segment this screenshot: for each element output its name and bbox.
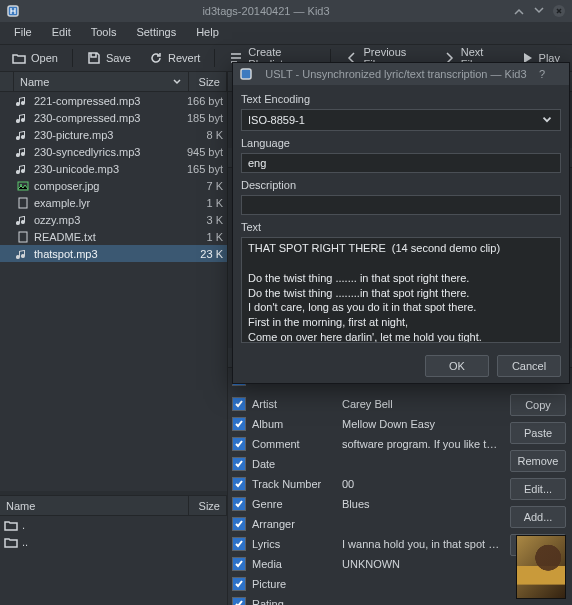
tag-check[interactable] xyxy=(232,437,246,451)
svg-rect-6 xyxy=(241,69,251,79)
tag-check[interactable] xyxy=(232,397,246,411)
add-button[interactable]: Add... xyxy=(510,506,566,528)
open-button[interactable]: Open xyxy=(4,47,66,69)
save-button[interactable]: Save xyxy=(79,47,139,69)
menu-tools[interactable]: Tools xyxy=(81,22,127,44)
column-size[interactable]: Size xyxy=(189,72,227,91)
tag-check[interactable] xyxy=(232,597,246,605)
audio-file-icon xyxy=(16,94,30,108)
file-name: composer.jpg xyxy=(34,180,183,192)
minimize-button[interactable] xyxy=(512,4,526,18)
file-size: 185 byt xyxy=(183,112,227,124)
tag-row[interactable]: Picture xyxy=(228,574,502,594)
tag-value[interactable]: software program. If you like this trac.… xyxy=(342,438,502,450)
separator xyxy=(72,49,73,67)
maximize-button[interactable] xyxy=(532,4,546,18)
revert-icon xyxy=(149,51,163,65)
tag-row[interactable]: Commentsoftware program. If you like thi… xyxy=(228,434,502,454)
menu-edit[interactable]: Edit xyxy=(42,22,81,44)
revert-label: Revert xyxy=(168,52,200,64)
edit-button[interactable]: Edit... xyxy=(510,478,566,500)
tag-table: ArtistCarey BellAlbumMellow Down EasyCom… xyxy=(228,394,502,605)
audio-file-icon xyxy=(16,162,30,176)
file-size: 166 byt xyxy=(183,95,227,107)
tag-check[interactable] xyxy=(232,457,246,471)
file-list[interactable]: 221-compressed.mp3166 byt230-compressed.… xyxy=(0,92,227,491)
tag-row[interactable]: Rating xyxy=(228,594,502,605)
tag-check[interactable] xyxy=(232,577,246,591)
file-row[interactable]: example.lyr1 K xyxy=(0,194,227,211)
tag-row[interactable]: Track Number00 xyxy=(228,474,502,494)
tag-row[interactable]: Arranger xyxy=(228,514,502,534)
tag-value[interactable]: Mellow Down Easy xyxy=(342,418,502,430)
uslt-dialog: USLT - Unsynchronized lyric/text transcr… xyxy=(232,62,570,384)
tag-check[interactable] xyxy=(232,557,246,571)
file-row[interactable]: 221-compressed.mp3166 byt xyxy=(0,92,227,109)
chevron-down-icon xyxy=(540,113,554,127)
file-row[interactable]: 230-compressed.mp3185 byt xyxy=(0,109,227,126)
tag-label: Comment xyxy=(252,438,336,450)
text-encoding-select[interactable]: ISO-8859-1 xyxy=(241,109,561,131)
tag-label: Arranger xyxy=(252,518,336,530)
tag-row[interactable]: MediaUNKNOWN xyxy=(228,554,502,574)
file-name: 230-unicode.mp3 xyxy=(34,163,183,175)
text-textarea[interactable] xyxy=(241,237,561,343)
copy-button[interactable]: Copy xyxy=(510,394,566,416)
cancel-button[interactable]: Cancel xyxy=(497,355,561,377)
file-size: 3 K xyxy=(183,214,227,226)
language-input[interactable] xyxy=(241,153,561,173)
menu-file[interactable]: File xyxy=(4,22,42,44)
menu-settings[interactable]: Settings xyxy=(126,22,186,44)
menu-help[interactable]: Help xyxy=(186,22,229,44)
column-name[interactable]: Name xyxy=(14,72,189,91)
tag-value[interactable]: 00 xyxy=(342,478,502,490)
paste-button[interactable]: Paste xyxy=(510,422,566,444)
dir-column-size[interactable]: Size xyxy=(189,496,227,515)
tag-row[interactable]: ArtistCarey Bell xyxy=(228,394,502,414)
revert-button[interactable]: Revert xyxy=(141,47,208,69)
tag-label: Date xyxy=(252,458,336,470)
dir-row[interactable]: . xyxy=(0,516,227,533)
file-size: 23 K xyxy=(183,248,227,260)
tag-row[interactable]: Date xyxy=(228,454,502,474)
folder-open-icon xyxy=(12,51,26,65)
file-size: 8 K xyxy=(183,129,227,141)
tag-check[interactable] xyxy=(232,477,246,491)
ok-button[interactable]: OK xyxy=(425,355,489,377)
tag-check[interactable] xyxy=(232,497,246,511)
dialog-titlebar: USLT - Unsynchronized lyric/text transcr… xyxy=(233,63,569,85)
open-label: Open xyxy=(31,52,58,64)
dir-name: . xyxy=(22,519,25,531)
tag-row[interactable]: AlbumMellow Down Easy xyxy=(228,414,502,434)
tag-value[interactable]: Carey Bell xyxy=(342,398,502,410)
tag-value[interactable]: Blues xyxy=(342,498,502,510)
svg-rect-4 xyxy=(19,198,27,208)
text-encoding-label: Text Encoding xyxy=(241,93,561,105)
audio-file-icon xyxy=(16,128,30,142)
close-button[interactable] xyxy=(552,4,566,18)
tag-row[interactable]: GenreBlues xyxy=(228,494,502,514)
dir-rows[interactable]: ... xyxy=(0,516,227,605)
text-encoding-value: ISO-8859-1 xyxy=(248,114,305,126)
dir-column-name[interactable]: Name xyxy=(0,496,189,515)
tag-value[interactable]: I wanna hold you, in that spot right th.… xyxy=(342,538,502,550)
file-row[interactable]: composer.jpg7 K xyxy=(0,177,227,194)
tag-label: Rating xyxy=(252,598,336,605)
tag-row[interactable]: LyricsI wanna hold you, in that spot rig… xyxy=(228,534,502,554)
dir-row[interactable]: .. xyxy=(0,533,227,550)
file-row[interactable]: ozzy.mp33 K xyxy=(0,211,227,228)
tag-value[interactable]: UNKNOWN xyxy=(342,558,502,570)
tag-check[interactable] xyxy=(232,517,246,531)
album-art[interactable] xyxy=(516,535,566,599)
remove-button[interactable]: Remove xyxy=(510,450,566,472)
file-row[interactable]: 230-picture.mp38 K xyxy=(0,126,227,143)
tag-check[interactable] xyxy=(232,537,246,551)
file-row[interactable]: 230-syncedlyrics.mp3945 byt xyxy=(0,143,227,160)
description-input[interactable] xyxy=(241,195,561,215)
file-row[interactable]: README.txt1 K xyxy=(0,228,227,245)
tag-check[interactable] xyxy=(232,417,246,431)
file-row[interactable]: thatspot.mp323 K xyxy=(0,245,227,262)
file-name: 221-compressed.mp3 xyxy=(34,95,183,107)
dialog-help-button[interactable]: ? xyxy=(539,68,545,80)
file-row[interactable]: 230-unicode.mp3165 byt xyxy=(0,160,227,177)
